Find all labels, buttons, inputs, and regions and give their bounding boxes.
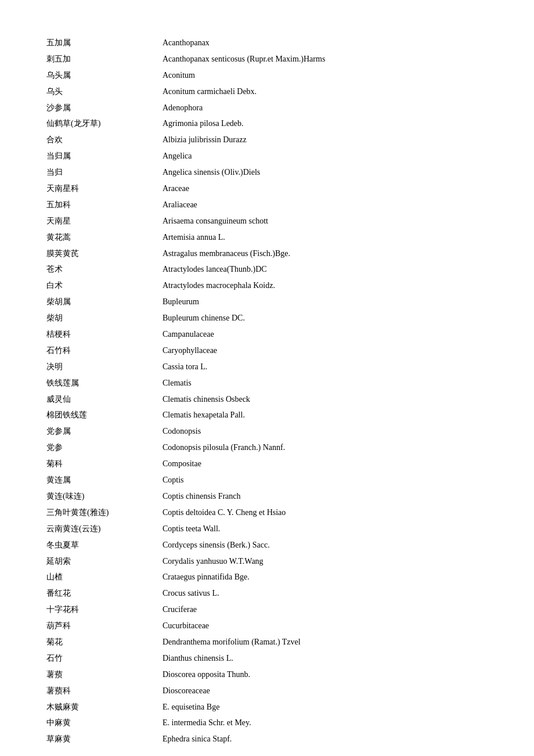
chinese-name: 天南星	[46, 213, 163, 229]
chinese-name: 当归属	[46, 148, 163, 164]
chinese-name: 苍术	[46, 261, 163, 278]
chinese-name: 合欢	[46, 132, 163, 148]
latin-name: Atractylodes macrocephala Koidz.	[163, 278, 488, 294]
chinese-name: 棉团铁线莲	[46, 407, 163, 423]
chinese-name: 乌头属	[46, 67, 163, 84]
latin-name: Coptis chinensis Franch	[163, 488, 488, 505]
plant-table: 五加属Acanthopanax刺五加Acanthopanax senticosu…	[46, 35, 488, 747]
chinese-name: 决明	[46, 359, 163, 375]
table-row: 山楂Crataegus pinnatifida Bge.	[46, 569, 488, 585]
table-row: 三角叶黄莲(雅连)Coptis deltoidea C. Y. Cheng et…	[46, 505, 488, 521]
latin-name: Coptis	[163, 472, 488, 488]
table-row: 石竹Dianthus chinensis L.	[46, 650, 488, 667]
table-row: 苍术Atractylodes lancea(Thunb.)DC	[46, 261, 488, 278]
table-row: 乌头属Aconitum	[46, 67, 488, 84]
table-row: 菊科Compositae	[46, 456, 488, 472]
latin-name: Bupleurum chinense DC.	[163, 310, 488, 326]
table-row: 石竹科Caryophyllaceae	[46, 343, 488, 359]
latin-name: Crocus sativus L.	[163, 585, 488, 602]
chinese-name: 乌头	[46, 84, 163, 100]
chinese-name: 铁线莲属	[46, 375, 163, 391]
chinese-name: 五加科	[46, 197, 163, 213]
table-row: 延胡索Corydalis yanhusuo W.T.Wang	[46, 553, 488, 570]
table-row: 柴胡Bupleurum chinense DC.	[46, 310, 488, 326]
latin-name: Coptis deltoidea C. Y. Cheng et Hsiao	[163, 505, 488, 521]
latin-name: Codonopsis	[163, 423, 488, 440]
table-row: 番红花Crocus sativus L.	[46, 585, 488, 602]
chinese-name: 木贼麻黄	[46, 699, 163, 715]
latin-name: Araliaceae	[163, 197, 488, 213]
table-row: 薯蓣Dioscorea opposita Thunb.	[46, 667, 488, 683]
table-row: 葫芦科Cucurbitaceae	[46, 618, 488, 634]
chinese-name: 冬虫夏草	[46, 537, 163, 553]
chinese-name: 党参属	[46, 423, 163, 440]
table-row: 草麻黄Ephedra sinica Stapf.	[46, 731, 488, 747]
table-row: 冬虫夏草Cordyceps sinensis (Berk.) Sacc.	[46, 537, 488, 553]
latin-name: Dendranthema morifolium (Ramat.) Tzvel	[163, 634, 488, 650]
latin-name: Angelica	[163, 148, 488, 164]
latin-name: Arisaema consanguineum schott	[163, 213, 488, 229]
latin-name: Codonopsis pilosula (Franch.) Nannf.	[163, 440, 488, 456]
chinese-name: 黄花蒿	[46, 229, 163, 246]
latin-name: Cassia tora L.	[163, 359, 488, 375]
table-row: 威灵仙Clematis chinensis Osbeck	[46, 391, 488, 408]
latin-name: Artemisia annua L.	[163, 229, 488, 246]
latin-name: Acanthopanax	[163, 35, 488, 51]
table-row: 决明Cassia tora L.	[46, 359, 488, 375]
chinese-name: 薯蓣	[46, 667, 163, 683]
table-row: 刺五加Acanthopanax senticosus (Rupr.et Maxi…	[46, 51, 488, 67]
chinese-name: 三角叶黄莲(雅连)	[46, 505, 163, 521]
table-row: 木贼麻黄E. equisetina Bge	[46, 699, 488, 715]
chinese-name: 膜荚黄芪	[46, 246, 163, 262]
latin-name: Coptis teeta Wall.	[163, 521, 488, 537]
chinese-name: 五加属	[46, 35, 163, 51]
latin-name: Ephedra sinica Stapf.	[163, 731, 488, 747]
chinese-name: 柴胡	[46, 310, 163, 326]
table-row: 五加属Acanthopanax	[46, 35, 488, 51]
chinese-name: 草麻黄	[46, 731, 163, 747]
table-row: 桔梗科Campanulaceae	[46, 326, 488, 343]
latin-name: Cordyceps sinensis (Berk.) Sacc.	[163, 537, 488, 553]
chinese-name: 仙鹤草(龙牙草)	[46, 116, 163, 132]
latin-name: Dianthus chinensis L.	[163, 650, 488, 667]
latin-name: Clematis chinensis Osbeck	[163, 391, 488, 408]
chinese-name: 菊科	[46, 456, 163, 472]
chinese-name: 刺五加	[46, 51, 163, 67]
table-row: 薯蓣科Dioscoreaceae	[46, 683, 488, 699]
latin-name: Corydalis yanhusuo W.T.Wang	[163, 553, 488, 570]
table-row: 仙鹤草(龙牙草)Agrimonia pilosa Ledeb.	[46, 116, 488, 132]
table-row: 白术Atractylodes macrocephala Koidz.	[46, 278, 488, 294]
latin-name: Crataegus pinnatifida Bge.	[163, 569, 488, 585]
chinese-name: 云南黄连(云连)	[46, 521, 163, 537]
latin-name: Clematis hexapetala Pall.	[163, 407, 488, 423]
chinese-name: 当归	[46, 164, 163, 181]
table-row: 云南黄连(云连)Coptis teeta Wall.	[46, 521, 488, 537]
table-row: 柴胡属Bupleurum	[46, 294, 488, 310]
table-row: 膜荚黄芪Astragalus membranaceus (Fisch.)Bge.	[46, 246, 488, 262]
table-row: 黄花蒿Artemisia annua L.	[46, 229, 488, 246]
table-row: 乌头Aconitum carmichaeli Debx.	[46, 84, 488, 100]
chinese-name: 白术	[46, 278, 163, 294]
table-row: 党参Codonopsis pilosula (Franch.) Nannf.	[46, 440, 488, 456]
latin-name: Agrimonia pilosa Ledeb.	[163, 116, 488, 132]
latin-name: Aconitum carmichaeli Debx.	[163, 84, 488, 100]
latin-name: Angelica sinensis (Oliv.)Diels	[163, 164, 488, 181]
table-row: 铁线莲属Clematis	[46, 375, 488, 391]
table-row: 黄连属Coptis	[46, 472, 488, 488]
chinese-name: 葫芦科	[46, 618, 163, 634]
latin-name: Compositae	[163, 456, 488, 472]
chinese-name: 山楂	[46, 569, 163, 585]
chinese-name: 黄连(味连)	[46, 488, 163, 505]
latin-name: Cucurbitaceae	[163, 618, 488, 634]
latin-name: Acanthopanax senticosus (Rupr.et Maxim.)…	[163, 51, 488, 67]
table-row: 沙参属Adenophora	[46, 100, 488, 116]
latin-name: Caryophyllaceae	[163, 343, 488, 359]
table-row: 中麻黄E. intermedia Schr. et Mey.	[46, 715, 488, 731]
latin-name: Aconitum	[163, 67, 488, 84]
table-row: 五加科Araliaceae	[46, 197, 488, 213]
table-row: 天南星Arisaema consanguineum schott	[46, 213, 488, 229]
chinese-name: 番红花	[46, 585, 163, 602]
latin-name: Clematis	[163, 375, 488, 391]
chinese-name: 十字花科	[46, 602, 163, 618]
chinese-name: 中麻黄	[46, 715, 163, 731]
